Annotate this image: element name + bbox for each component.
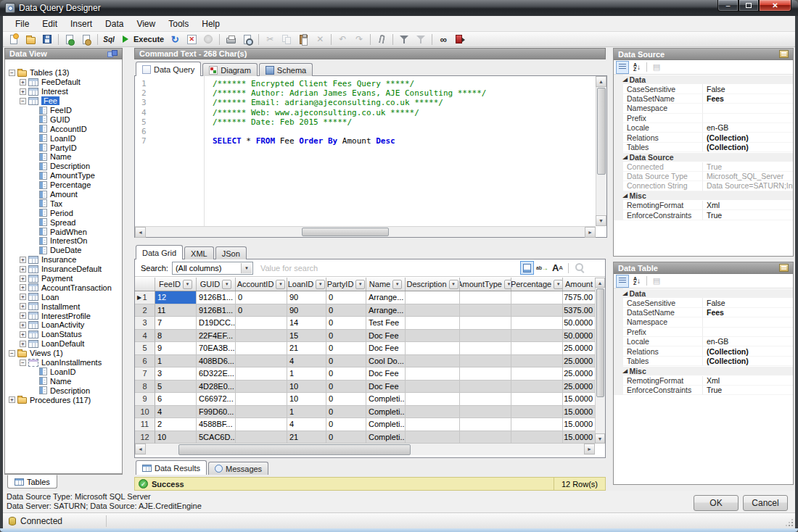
row-header[interactable]: 2: [135, 304, 155, 317]
table-row[interactable]: 5970EA3B...210Doc Fee25.0000: [135, 342, 595, 355]
property-value[interactable]: Microsoft_SQL_Server: [703, 172, 793, 181]
expander-icon[interactable]: +: [20, 294, 26, 300]
data-source-property-connected[interactable]: ConnectedTrue: [614, 162, 793, 172]
tree-item-accounttransaction[interactable]: +AccountTransaction: [5, 283, 122, 292]
grid-cell[interactable]: [460, 291, 511, 304]
grid-cell[interactable]: [460, 431, 511, 444]
grid-cell[interactable]: 22F4EF...: [197, 330, 236, 343]
grid-cell[interactable]: 0: [326, 291, 366, 304]
property-value[interactable]: Xml: [703, 376, 793, 386]
grid-vscrollbar[interactable]: ▲ ▼: [595, 278, 605, 444]
tab-tables[interactable]: Tables: [7, 475, 57, 489]
sql-button[interactable]: Sql: [101, 33, 117, 46]
filter-dropdown-icon[interactable]: ▼: [355, 280, 365, 289]
scroll-up-icon[interactable]: ▲: [596, 76, 606, 87]
grid-cell[interactable]: 6D322E...: [197, 367, 236, 381]
row-header[interactable]: 4: [135, 330, 155, 343]
grid-cell[interactable]: 4: [287, 355, 326, 368]
grid-cell[interactable]: 90: [287, 304, 326, 317]
editor-vscrollbar[interactable]: ▲ ▼: [596, 76, 606, 226]
category-misc[interactable]: ◢Misc: [614, 366, 793, 375]
menu-insert[interactable]: Insert: [64, 17, 99, 30]
property-value[interactable]: True: [703, 386, 793, 395]
expander-icon[interactable]: +: [20, 266, 26, 273]
search-column-combo[interactable]: (All columns) ▼: [172, 262, 253, 275]
tree-item-insurance[interactable]: +Insurance: [5, 255, 122, 265]
data-source-property-datasetname[interactable]: DataSetNameFees: [614, 94, 793, 104]
grid-cell[interactable]: Completi...: [366, 393, 406, 406]
new-file-button[interactable]: [6, 33, 22, 46]
tab-schema[interactable]: Schema: [259, 63, 313, 76]
table-row[interactable]: 104F99D60...10Completi...15.0000: [135, 406, 595, 419]
tree-item-intereston[interactable]: InterestOn: [5, 236, 122, 246]
grid-cell[interactable]: [460, 330, 511, 343]
tree-item-spread[interactable]: Spread: [5, 217, 122, 227]
grid-cell[interactable]: [460, 367, 511, 381]
match-case-icon[interactable]: [551, 261, 564, 275]
grid-cell[interactable]: [460, 393, 511, 406]
tree-item-guid[interactable]: GUID: [5, 115, 122, 124]
tree-item-name[interactable]: Name: [5, 376, 122, 386]
grid-cell[interactable]: 0: [326, 381, 366, 394]
scroll-down-icon[interactable]: ▼: [596, 215, 606, 226]
expander-icon[interactable]: +: [20, 88, 26, 95]
table-row[interactable]: 736D322E...10Doc Fee25.0000: [135, 367, 595, 381]
editor-hscroll-thumb[interactable]: [302, 228, 389, 236]
data-table-property-remotingformat[interactable]: RemotingFormatXml: [614, 376, 793, 386]
row-header[interactable]: 3: [135, 317, 155, 330]
menu-file[interactable]: File: [9, 17, 36, 30]
data-table-property-tables[interactable]: Tables(Collection): [614, 357, 793, 366]
property-value[interactable]: Xml: [703, 201, 793, 210]
tree-item-percentage[interactable]: Percentage: [5, 180, 122, 190]
grid-cell[interactable]: 1: [287, 367, 326, 381]
expander-icon[interactable]: −: [9, 70, 15, 76]
tree-item-tax[interactable]: Tax: [5, 199, 122, 208]
grid-cell[interactable]: [460, 381, 511, 394]
dataset-refresh-button[interactable]: ↻: [167, 33, 183, 46]
grid-cell[interactable]: 11: [155, 304, 197, 317]
refresh-document-button[interactable]: [62, 33, 78, 46]
tree-item-period[interactable]: Period: [5, 208, 122, 217]
search-icon[interactable]: [572, 261, 586, 275]
table-row[interactable]: 37D19DCC...140Test Fee50.0000: [135, 317, 595, 330]
grid-cell[interactable]: [406, 367, 460, 381]
grid-cell[interactable]: 21: [287, 342, 326, 355]
grid-cell[interactable]: Arrange...: [366, 291, 406, 304]
save-button[interactable]: [39, 33, 55, 46]
expander-icon[interactable]: +: [20, 79, 26, 86]
category-data-source[interactable]: ◢Data Source: [614, 152, 793, 162]
grid-cell[interactable]: 15.0000: [563, 418, 595, 431]
paste-button[interactable]: [295, 33, 311, 46]
expander-icon[interactable]: +: [20, 257, 26, 263]
data-source-property-data-source-type[interactable]: Data Source TypeMicrosoft_SQL_Server: [614, 172, 793, 181]
grid-cell[interactable]: 14: [287, 317, 326, 330]
sql-code[interactable]: 1/****** Encrypted Client Fees Query ***…: [135, 79, 595, 226]
grid-cell[interactable]: 25.0000: [563, 367, 595, 381]
filter-dropdown-icon[interactable]: ▼: [276, 280, 285, 289]
grid-cell[interactable]: [460, 355, 511, 368]
column-header-description[interactable]: Description▼: [406, 278, 460, 291]
row-header[interactable]: 11: [135, 418, 155, 431]
grid-cell[interactable]: [460, 304, 511, 317]
data-source-property-connection-string[interactable]: Connection StringData Source=SATURN;Init…: [614, 181, 793, 191]
grid-cell[interactable]: C66972...: [197, 393, 236, 406]
scroll-left-icon[interactable]: ◄: [135, 227, 146, 238]
grid-scroll-right-icon[interactable]: ►: [584, 444, 595, 454]
grid-cell[interactable]: Completi...: [366, 406, 406, 419]
property-value[interactable]: (Collection): [703, 143, 793, 152]
categorized-view-icon[interactable]: [616, 61, 629, 74]
property-value[interactable]: [703, 114, 793, 123]
tree-item-feedefault[interactable]: +FeeDefault: [5, 78, 122, 87]
property-value[interactable]: (Collection): [703, 346, 793, 356]
grid-hscroll-thumb[interactable]: [178, 444, 411, 455]
grid-cell[interactable]: [406, 291, 460, 304]
property-value[interactable]: (Collection): [703, 133, 793, 142]
grid-cell[interactable]: 25.0000: [563, 355, 595, 368]
grid-cell[interactable]: 0: [326, 317, 366, 330]
grid-cell[interactable]: 2: [155, 418, 197, 431]
tree-item-insurancedefault[interactable]: +InsuranceDefault: [5, 265, 122, 274]
data-source-property-remotingformat[interactable]: RemotingFormatXml: [614, 201, 793, 210]
grid-scroll-down-icon[interactable]: ▼: [595, 433, 605, 444]
expander-icon[interactable]: +: [20, 312, 26, 319]
grid-cell[interactable]: [511, 406, 563, 419]
